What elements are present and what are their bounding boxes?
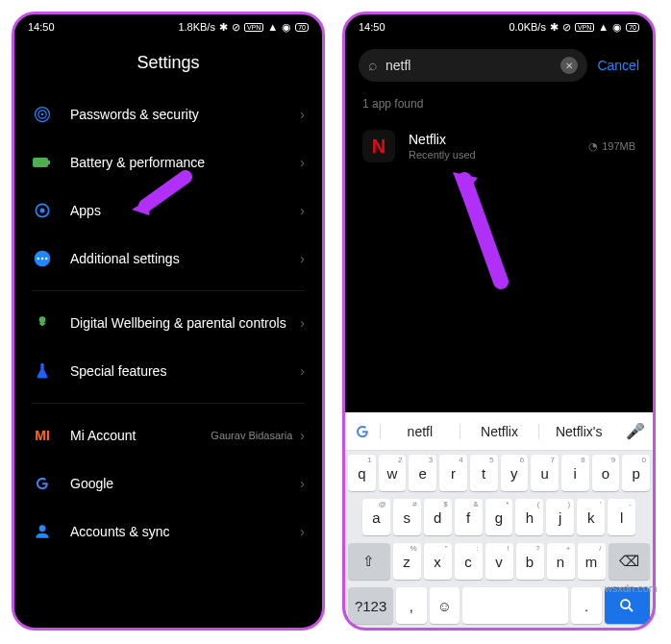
key-s[interactable]: s# [393, 499, 421, 535]
key-w[interactable]: w2 [379, 455, 407, 491]
status-bar: 14:50 0.0KB/s ✱ ⊘ VPN ▲ ◉ 70 [345, 14, 653, 39]
key-z[interactable]: z% [393, 543, 421, 580]
search-input[interactable]: ⌕ netfl ✕ [359, 49, 587, 82]
suggestion-1[interactable]: netfl [380, 424, 460, 439]
svg-line-15 [630, 607, 634, 611]
suggestion-bar: netfl Netflix Netflix's 🎤 [345, 412, 653, 451]
signal-icon: ▲ [267, 21, 278, 33]
search-icon: ⌕ [368, 57, 378, 74]
gear-icon [32, 200, 53, 221]
status-time: 14:50 [359, 21, 385, 33]
suggestion-3[interactable]: Netflix's [538, 424, 618, 439]
google-icon[interactable] [345, 423, 380, 440]
row-wellbeing[interactable]: Digital Wellbeing & parental controls › [14, 299, 322, 347]
key-q[interactable]: q1 [348, 455, 376, 491]
status-right: 1.8KB/s ✱ ⊘ VPN ▲ ◉ 70 [178, 21, 309, 34]
row-additional[interactable]: Additional settings › [14, 235, 322, 283]
chevron-right-icon: › [300, 251, 305, 266]
clear-button[interactable]: ✕ [560, 57, 578, 74]
row-accounts-sync[interactable]: Accounts & sync › [14, 508, 322, 556]
results-count: 1 app found [345, 91, 653, 120]
key-row-1: q1w2e3r4t5y6u7i8o9p0 [345, 451, 653, 495]
signal-icon: ▲ [598, 21, 609, 33]
row-label: Digital Wellbeing & parental controls [70, 314, 300, 332]
battery-icon: 70 [626, 23, 639, 32]
row-battery[interactable]: Battery & performance › [14, 138, 322, 186]
key-space[interactable] [462, 587, 568, 624]
svg-point-2 [41, 113, 44, 116]
key-p[interactable]: p0 [622, 455, 650, 491]
key-k[interactable]: k' [577, 499, 605, 535]
fingerprint-icon [32, 104, 53, 125]
key-h[interactable]: h( [515, 499, 543, 535]
battery-icon: 70 [295, 23, 309, 32]
key-f[interactable]: f& [455, 499, 483, 535]
row-passwords-security[interactable]: Passwords & security › [14, 90, 322, 138]
divider [32, 403, 305, 404]
key-backspace[interactable]: ⌫ [609, 543, 651, 580]
mic-icon[interactable]: 🎤 [618, 422, 653, 440]
chevron-right-icon: › [300, 315, 305, 331]
key-n[interactable]: n+ [547, 543, 575, 580]
key-c[interactable]: c: [455, 543, 483, 580]
key-x[interactable]: x" [424, 543, 452, 580]
wifi-icon: ◉ [612, 21, 622, 34]
key-d[interactable]: d$ [424, 499, 452, 535]
phone-settings: 14:50 1.8KB/s ✱ ⊘ VPN ▲ ◉ 70 Settings Pa… [12, 12, 325, 631]
key-u[interactable]: u7 [531, 455, 559, 491]
key-period[interactable]: . [571, 587, 601, 624]
bluetooth-icon: ✱ [219, 21, 228, 34]
key-o[interactable]: o9 [592, 455, 620, 491]
chevron-right-icon: › [300, 476, 305, 491]
row-special[interactable]: Special features › [14, 347, 322, 395]
row-label: Battery & performance [70, 154, 300, 171]
svg-point-13 [39, 525, 46, 532]
key-emoji[interactable]: ☺ [430, 587, 460, 624]
key-r[interactable]: r4 [439, 455, 467, 491]
key-j[interactable]: j) [546, 499, 574, 535]
status-speed: 1.8KB/s [178, 21, 215, 33]
key-g[interactable]: g* [485, 499, 513, 535]
key-row-2: a@s#d$f&g*h(j)k'l- [345, 495, 653, 539]
svg-point-10 [45, 258, 48, 260]
key-symbols[interactable]: ?123 [348, 587, 393, 624]
person-icon [32, 521, 53, 542]
key-y[interactable]: y6 [501, 455, 529, 491]
row-label: Special features [70, 362, 300, 380]
key-row-3: ⇧z%x"c:v!b?n+m/⌫ [345, 539, 653, 583]
svg-point-14 [621, 600, 630, 608]
app-subtitle: Recently used [409, 149, 588, 161]
svg-point-6 [40, 209, 45, 213]
key-a[interactable]: a@ [362, 499, 390, 535]
google-logo-icon [32, 473, 53, 494]
key-v[interactable]: v! [485, 543, 513, 580]
wifi-icon: ◉ [282, 21, 291, 34]
key-e[interactable]: e3 [409, 455, 436, 491]
dots-icon [32, 248, 53, 269]
svg-point-8 [37, 258, 40, 260]
row-google[interactable]: Google › [14, 459, 322, 508]
svg-point-12 [40, 363, 43, 366]
status-speed: 0.0KB/s [509, 21, 546, 33]
row-apps[interactable]: Apps › [14, 186, 322, 235]
cancel-button[interactable]: Cancel [597, 58, 639, 73]
key-shift[interactable]: ⇧ [348, 543, 390, 580]
row-label: Accounts & sync [70, 523, 300, 540]
svg-rect-4 [48, 161, 50, 164]
app-result-netflix[interactable]: N Netflix Recently used ◔ 197MB [345, 120, 653, 172]
status-right: 0.0KB/s ✱ ⊘ VPN ▲ ◉ 70 [509, 21, 639, 34]
key-b[interactable]: b? [516, 543, 544, 580]
key-comma[interactable]: , [396, 587, 426, 624]
status-bar: 14:50 1.8KB/s ✱ ⊘ VPN ▲ ◉ 70 [14, 14, 322, 39]
key-m[interactable]: m/ [578, 543, 606, 580]
search-row: ⌕ netfl ✕ Cancel [345, 39, 653, 91]
status-time: 14:50 [28, 21, 55, 33]
row-sub: Gaurav Bidasaria [211, 430, 292, 441]
key-t[interactable]: t5 [470, 455, 498, 491]
row-mi-account[interactable]: MI Mi Account Gaurav Bidasaria › [14, 411, 322, 459]
key-l[interactable]: l- [608, 499, 635, 535]
netflix-app-icon: N [362, 130, 395, 162]
suggestion-2[interactable]: Netflix [460, 424, 539, 439]
svg-rect-3 [33, 158, 48, 167]
key-i[interactable]: i8 [561, 455, 589, 491]
